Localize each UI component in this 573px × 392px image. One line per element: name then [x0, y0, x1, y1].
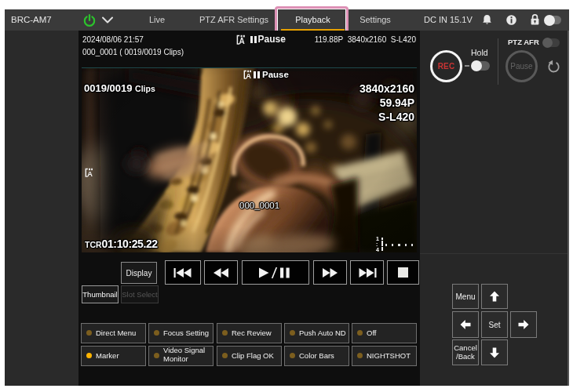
svg-text:A: A	[239, 37, 245, 45]
svg-text:A: A	[87, 170, 93, 177]
svg-text:A: A	[246, 72, 251, 79]
